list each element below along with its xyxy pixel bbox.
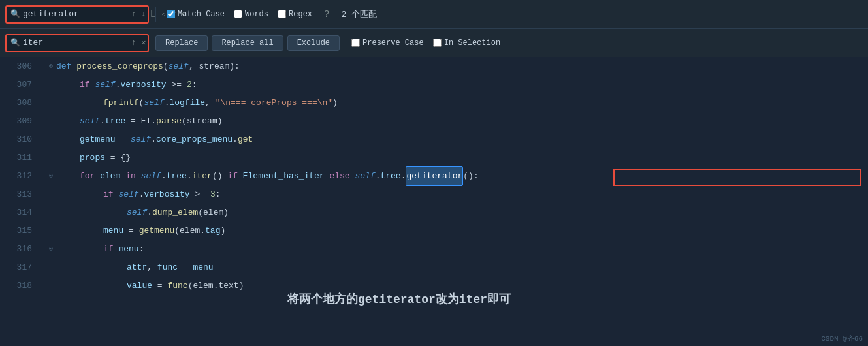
replace-icon: 🔍 <box>10 38 20 48</box>
code-line-313: if self.verbosity >= 3: <box>46 185 861 204</box>
find-input-row[interactable]: 🔍 ↑ ↓ ⎕ ⬦ ▼ ✕ <box>5 5 149 24</box>
code-line-311: props = {} <box>46 149 861 167</box>
code-line-307: if self.verbosity >= 2: <box>46 76 861 94</box>
words-option[interactable]: Words <box>234 10 268 19</box>
line-num-313: 313 <box>0 185 32 204</box>
arrow-up-icon[interactable]: ↑ <box>130 10 137 19</box>
match-case-checkbox[interactable] <box>167 10 175 18</box>
line-num-316: 316 <box>0 240 32 259</box>
code-line-317: attr, func = menu <box>46 259 861 277</box>
line-num-317: 317 <box>0 259 32 277</box>
find-input[interactable] <box>23 9 127 19</box>
fold-316: ⊙ <box>46 240 56 259</box>
code-line-315: menu = getmenu(elem.tag) <box>46 222 861 240</box>
code-line-316: ⊙ if menu: <box>46 240 861 259</box>
line-num-311: 311 <box>0 149 32 167</box>
replace-input[interactable] <box>23 38 127 48</box>
code-line-309: self.tree = ET.parse(stream) <box>46 112 861 131</box>
regex-help-icon[interactable]: ? <box>321 8 332 21</box>
code-line-306: ⊙ def process_coreprops(self, stream): <box>46 57 861 76</box>
code-content[interactable]: ⊙ def process_coreprops(self, stream): i… <box>39 57 868 346</box>
code-line-314: self.dump_elem(elem) <box>46 204 861 222</box>
highlight-box-312 <box>613 169 861 186</box>
arrow-down-icon[interactable]: ↓ <box>140 10 147 19</box>
fold-312: ⊙ <box>46 167 56 185</box>
code-line-312: ⊙ for elem in self.tree.iter() if Elemen… <box>46 167 861 185</box>
replace-options: Preserve Case In Selection <box>351 39 500 48</box>
match-count: 2 个匹配 <box>341 8 377 20</box>
replace-button[interactable]: Replace <box>155 35 208 51</box>
search-box-container: 🔍 ↑ ↓ ⎕ ⬦ ▼ ✕ <box>5 5 149 24</box>
line-num-312: 312 <box>0 167 32 185</box>
match-case-option[interactable]: Match Case <box>167 10 225 19</box>
regex-option[interactable]: Regex <box>278 10 312 19</box>
fold-306: ⊙ <box>46 57 56 76</box>
search-settings-icon[interactable]: ⬦ <box>160 10 167 19</box>
preserve-case-checkbox[interactable] <box>351 39 360 47</box>
in-selection-option[interactable]: In Selection <box>433 39 500 48</box>
code-editor: 306 307 308 309 310 311 312 313 314 315 … <box>0 57 868 346</box>
regex-checkbox[interactable] <box>278 10 286 18</box>
line-num-307: 307 <box>0 76 32 94</box>
line-numbers: 306 307 308 309 310 311 312 313 314 315 … <box>0 57 39 346</box>
line-num-314: 314 <box>0 204 32 222</box>
close-replace-icon[interactable]: ✕ <box>140 38 147 48</box>
line-num-318: 318 <box>0 277 32 295</box>
code-line-308: fprintf(self.logfile, ″\n=== coreProps =… <box>46 94 861 112</box>
toolbar-row1: 🔍 ↑ ↓ ⎕ ⬦ ▼ ✕ Match Case Words Regex ? 2… <box>0 0 868 29</box>
find-icon: 🔍 <box>10 9 20 19</box>
line-num-310: 310 <box>0 131 32 149</box>
line-num-309: 309 <box>0 112 32 131</box>
toolbar-divider <box>155 7 156 22</box>
line-num-308: 308 <box>0 94 32 112</box>
line-num-315: 315 <box>0 222 32 240</box>
words-checkbox[interactable] <box>234 10 242 18</box>
tooltip-message: 将两个地方的getiterator改为iter即可 <box>287 291 511 307</box>
highlight-getiterator-312: getiterator <box>406 166 463 186</box>
line-num-306: 306 <box>0 57 32 76</box>
search-options: Match Case Words Regex ? <box>167 8 332 21</box>
replace-all-button[interactable]: Replace all <box>212 35 283 51</box>
replace-input-row[interactable]: 🔍 ↑ ✕ <box>5 34 149 52</box>
exclude-button[interactable]: Exclude <box>287 35 340 51</box>
arrow-replace-icon[interactable]: ↑ <box>130 39 137 48</box>
in-selection-checkbox[interactable] <box>433 39 442 47</box>
code-line-310: getmenu = self.core_props_menu.get <box>46 131 861 149</box>
toolbar-row2: 🔍 ↑ ✕ Replace Replace all Exclude Preser… <box>0 29 868 57</box>
preserve-case-option[interactable]: Preserve Case <box>351 39 424 48</box>
watermark: CSDN @齐66 <box>821 334 863 343</box>
replace-buttons-group: Replace Replace all Exclude <box>155 35 340 51</box>
